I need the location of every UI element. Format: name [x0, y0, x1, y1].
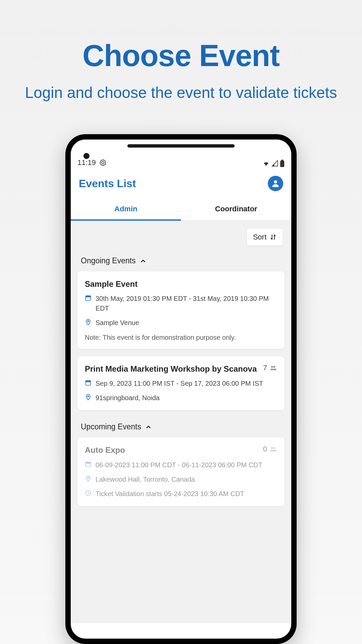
section-label: Ongoing Events: [81, 256, 136, 265]
svg-point-16: [87, 396, 89, 397]
people-icon: [269, 446, 277, 452]
event-note: Note: This event is for demonstration pu…: [85, 334, 277, 341]
sort-label: Sort: [253, 233, 266, 241]
event-card-workshop[interactable]: Print Media Marketing Workshop by Scanov…: [77, 356, 285, 410]
svg-rect-13: [86, 381, 91, 382]
section-ongoing-events[interactable]: Ongoing Events: [77, 252, 285, 271]
svg-point-9: [87, 321, 89, 322]
event-title: Print Media Marketing Workshop by Scanov…: [85, 364, 263, 374]
attendee-number: 0: [263, 445, 267, 453]
calendar-icon: [85, 379, 92, 386]
event-date: 06-09-2023 11:00 PM CDT - 06-11-2023 06:…: [96, 460, 277, 470]
attendee-number: 7: [263, 364, 267, 372]
person-icon: [271, 179, 280, 188]
promo-title: Choose Event: [0, 39, 362, 73]
svg-point-11: [273, 366, 275, 368]
profile-avatar-button[interactable]: [268, 176, 283, 191]
location-icon: [85, 394, 92, 400]
svg-point-4: [274, 180, 277, 183]
promo-subtitle: Login and choose the event to validate t…: [0, 83, 362, 103]
people-icon: [269, 365, 277, 371]
svg-point-0: [100, 160, 106, 166]
svg-point-18: [273, 447, 275, 449]
section-upcoming-events[interactable]: Upcoming Events: [77, 418, 285, 437]
phone-screen: 11:19 Events List Admin Coordinator Sort: [71, 140, 291, 639]
svg-rect-20: [86, 462, 91, 464]
dnd-icon: [99, 159, 107, 166]
event-card-autoexpo[interactable]: Auto Expo 0 06-09-2023 11:00 PM CDT - 06…: [77, 437, 285, 506]
attendee-count: 0: [263, 445, 277, 453]
event-title: Sample Event: [85, 279, 277, 289]
phone-camera: [83, 153, 89, 159]
app-header: Events List: [71, 170, 291, 199]
svg-rect-3: [280, 161, 284, 167]
phone-frame: 11:19 Events List Admin Coordinator Sort: [65, 134, 297, 644]
tab-coordinator[interactable]: Coordinator: [181, 199, 291, 220]
calendar-icon: [85, 294, 92, 301]
attendee-count: 7: [263, 364, 277, 372]
page-title: Events List: [79, 177, 136, 190]
role-tabs: Admin Coordinator: [71, 199, 291, 221]
svg-rect-6: [86, 296, 91, 297]
tab-admin[interactable]: Admin: [71, 199, 181, 221]
location-icon: [85, 475, 92, 482]
chevron-up-icon: [140, 258, 146, 264]
sort-button[interactable]: Sort: [247, 229, 283, 246]
phone-speaker: [127, 144, 235, 148]
event-venue: Lakewood Hall, Torronto, Canada: [96, 475, 277, 484]
svg-point-1: [102, 161, 104, 164]
event-venue: Sample Venue: [96, 318, 277, 328]
battery-icon: [280, 160, 285, 167]
svg-point-17: [271, 447, 273, 449]
sort-icon: [270, 234, 277, 240]
svg-point-23: [87, 477, 89, 478]
event-date: 30th May, 2019 01:30 PM EDT - 31st May, …: [96, 294, 277, 313]
svg-rect-2: [281, 160, 283, 161]
status-time: 11:19: [77, 158, 96, 167]
event-validation: Ticket Validation starts 05-24-2023 10:3…: [96, 489, 277, 499]
events-content: Sort Ongoing Events Sample Event 30th Ma…: [71, 221, 291, 623]
event-venue: 91springboard, Noida: [96, 393, 277, 403]
location-icon: [85, 319, 92, 325]
wifi-icon: [262, 160, 270, 167]
clock-icon: [85, 490, 92, 496]
event-title: Auto Expo: [85, 445, 263, 455]
section-label: Upcoming Events: [81, 422, 141, 431]
signal-icon: [271, 160, 279, 167]
svg-point-10: [271, 366, 273, 368]
event-date: Sep 9, 2023 11:00 PM IST - Sep 17, 2023 …: [96, 379, 277, 388]
chevron-up-icon: [145, 424, 152, 430]
event-card-sample[interactable]: Sample Event 30th May, 2019 01:30 PM EDT…: [77, 271, 285, 349]
calendar-icon: [85, 461, 92, 468]
